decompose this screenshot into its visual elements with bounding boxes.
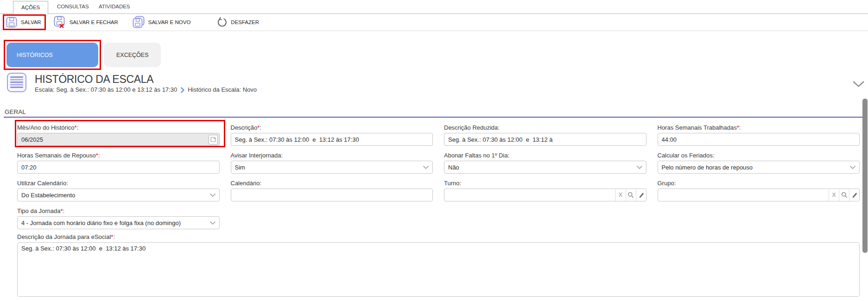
record-header: HISTÓRICO DA ESCALA Escala: Seg. à Sex.:… [7,73,868,93]
calendario-input[interactable] [231,188,433,201]
form-row: Horas Semanais de Repouso*: Avisar Inter… [17,152,860,174]
tab-historicos-label: HISTÓRICOS [17,52,53,58]
ribbon-tab-bar: AÇÕES CONSULTAS ATIVIDADES [0,0,868,14]
tipo-jornada-select[interactable]: 4 - Jornada com horário diário fixo e fo… [17,216,220,229]
descricao-esocial-textarea[interactable]: Seg. à Sex.: 07:30 às 12:00 e 13:12 às 1… [17,242,860,297]
ribbon-tab-consultas[interactable]: CONSULTAS [57,4,89,9]
select-value: 4 - Jornada com horário diário fixo e fo… [21,219,181,226]
edit-icon[interactable] [849,189,859,201]
search-icon[interactable] [839,189,849,201]
chevron-down-icon [209,193,216,197]
breadcrumb: Escala: Seg. à Sex.: 07:30 às 12:00 e 13… [35,86,257,93]
field-label: Utilizar Calendário: [17,180,220,187]
undo-button-label: DESFAZER [231,19,259,25]
field-utilizar-calendario: Utilizar Calendário: Do Estabelecimento [17,180,220,201]
form-row: Tipo da Jornada*: 4 - Jornada com horári… [17,207,860,229]
vertical-scrollbar-thumb[interactable] [862,99,868,253]
clear-icon[interactable]: X [829,189,839,201]
horas-trabalhadas-input[interactable] [658,133,860,146]
form-row: Mês/Ano do Histórico*: 06/2025 Descrição… [17,124,860,146]
edit-icon[interactable] [636,189,646,201]
field-label: Turno: [444,180,646,187]
select-value: Não [448,164,459,171]
field-descricao-jornada-esocial: Descrição da Jornada para eSocial*: Seg.… [17,233,860,299]
save-close-icon [53,16,66,29]
save-close-button[interactable]: SALVAR E FECHAR [53,16,118,29]
save-icon [6,16,18,28]
field-label: Tipo da Jornada*: [17,207,220,214]
field-label: Descrição Reduzida: [444,124,646,131]
abonar-faltas-select[interactable]: Não [444,161,646,174]
select-value: Pelo número de horas de repouso [662,164,753,171]
form-geral: Mês/Ano do Histórico*: 06/2025 Descrição… [0,118,868,299]
field-label: Calendário: [231,180,433,187]
calendar-picker-button[interactable] [209,135,218,144]
page-title: HISTÓRICO DA ESCALA [35,73,257,85]
mes-ano-date-field[interactable]: 06/2025 [17,133,220,146]
field-label: Descrição*: [231,124,433,131]
field-grupo: Grupo: X [658,180,860,201]
descricao-reduzida-input[interactable] [444,133,646,146]
save-button[interactable]: SALVAR [6,16,41,28]
field-label: Mês/Ano do Histórico*: [17,124,220,131]
field-label: Horas Semanais de Repouso*: [17,152,220,159]
tab-historicos[interactable]: HISTÓRICOS [6,43,98,67]
clear-icon[interactable]: X [615,189,626,201]
form-row: Utilizar Calendário: Do Estabelecimento … [17,180,860,201]
field-descricao: Descrição*: [231,124,433,146]
field-turno: Turno: X [444,180,646,201]
select-value: Do Estabelecimento [21,192,75,199]
field-descricao-reduzida: Descrição Reduzida: [444,124,646,146]
turno-input[interactable] [444,189,615,201]
salvar-highlight-box: SALVAR [3,14,46,30]
select-value: Sim [235,164,245,171]
section-title: GERAL [5,108,868,115]
field-abonar-faltas: Abonar Faltas no 1º Dia: Não [444,152,646,174]
utilizar-calendario-select[interactable]: Do Estabelecimento [17,188,220,201]
undo-icon [216,17,228,28]
horas-repouso-input[interactable] [17,161,220,174]
chevron-down-icon [636,165,643,169]
calcular-feriados-select[interactable]: Pelo número de horas de repouso [658,161,860,174]
save-button-label: SALVAR [21,19,41,25]
page-tab-strip: HISTÓRICOS EXCEÇÕES [4,40,868,70]
descricao-input[interactable] [231,133,433,146]
field-calcular-feriados: Calcular os Feriados: Pelo número de hor… [658,152,860,174]
field-label: Abonar Faltas no 1º Dia: [444,152,646,159]
document-lines-icon [7,73,26,92]
field-tipo-da-jornada: Tipo da Jornada*: 4 - Jornada com horári… [17,207,220,229]
historicos-highlight-box: HISTÓRICOS [4,40,101,70]
toolbar: SALVAR SALVAR E FECHAR SALVAR E NOVO [0,14,868,31]
field-avisar-interjornada: Avisar Interjornada: Sim [231,152,433,174]
field-mes-ano-do-historico: Mês/Ano do Histórico*: 06/2025 [17,124,220,146]
field-label: Grupo: [658,180,860,187]
save-new-icon [132,16,145,29]
save-close-button-label: SALVAR E FECHAR [70,19,118,25]
collapse-panel-button[interactable] [852,81,865,89]
chevron-down-icon [849,165,856,169]
search-icon[interactable] [626,189,636,201]
save-new-button-label: SALVAR E NOVO [148,19,191,25]
field-calendario: Calendário: [231,180,433,201]
turno-lookup-field[interactable]: X [444,188,646,201]
field-label: Avisar Interjornada: [231,152,433,159]
field-label: Horas Semanais Trabalhadas*: [658,124,860,131]
undo-button[interactable]: DESFAZER [216,17,259,28]
field-horas-semanais-repouso: Horas Semanais de Repouso*: [17,152,220,174]
ribbon-tab-acoes[interactable]: AÇÕES [13,1,48,14]
chevron-down-icon [209,221,216,225]
breadcrumb-current: Histórico da Escala: Novo [188,86,257,93]
chevron-down-icon [423,165,429,169]
breadcrumb-parent[interactable]: Escala: Seg. à Sex.: 07:30 às 12:00 e 13… [35,86,177,93]
avisar-interjornada-select[interactable]: Sim [231,161,433,174]
save-new-button[interactable]: SALVAR E NOVO [132,16,191,29]
tab-excecoes-label: EXCEÇÕES [116,52,148,58]
mes-ano-value: 06/2025 [21,136,43,143]
field-label: Calcular os Feriados: [658,152,860,159]
tab-excecoes[interactable]: EXCEÇÕES [104,43,161,67]
grupo-lookup-field[interactable]: X [658,188,860,201]
grupo-input[interactable] [658,189,829,201]
chevron-down-icon [852,81,865,88]
ribbon-tab-atividades[interactable]: ATIVIDADES [99,4,130,9]
calendar-icon [210,137,216,142]
